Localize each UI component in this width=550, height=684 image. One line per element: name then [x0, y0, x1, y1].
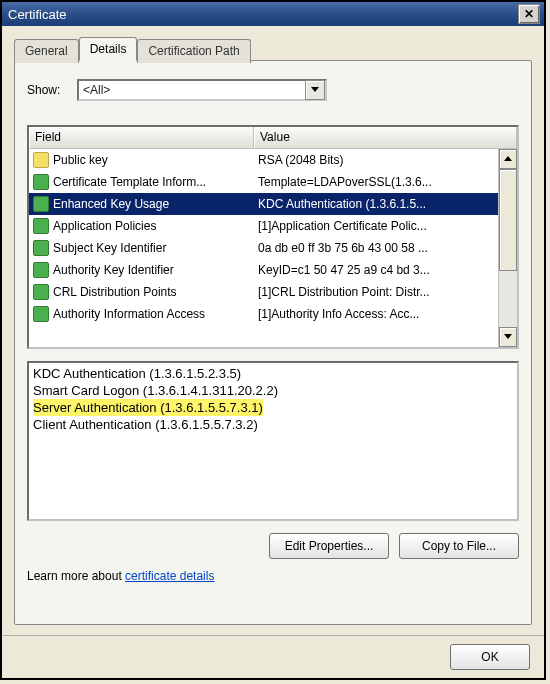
- learn-more-prefix: Learn more about: [27, 569, 125, 583]
- detail-line: Server Authentication (1.3.6.1.5.5.7.3.1…: [33, 399, 513, 416]
- close-icon: ✕: [524, 7, 534, 21]
- tab-certification-path[interactable]: Certification Path: [137, 39, 250, 63]
- svg-marker-0: [311, 87, 319, 92]
- listview-body[interactable]: Public keyRSA (2048 Bits)Certificate Tem…: [29, 149, 498, 347]
- tab-label: Details: [90, 42, 127, 56]
- field-value: [1]Application Certificate Polic...: [258, 219, 427, 233]
- tab-label: General: [25, 44, 68, 58]
- table-row[interactable]: Subject Key Identifier0a db e0 ff 3b 75 …: [29, 237, 498, 259]
- field-name: Enhanced Key Usage: [53, 197, 169, 211]
- extension-icon: [33, 262, 49, 278]
- field-value: Template=LDAPoverSSL(1.3.6...: [258, 175, 432, 189]
- table-row[interactable]: CRL Distribution Points[1]CRL Distributi…: [29, 281, 498, 303]
- value-cell: [1]CRL Distribution Point: Distr...: [254, 285, 498, 299]
- field-cell: Authority Key Identifier: [29, 262, 254, 278]
- table-row[interactable]: Public keyRSA (2048 Bits): [29, 149, 498, 171]
- field-cell: Subject Key Identifier: [29, 240, 254, 256]
- tab-panel-details: Show: <All> Field Value Public keyRSA (2…: [14, 60, 532, 625]
- field-cell: Enhanced Key Usage: [29, 196, 254, 212]
- detail-textbox[interactable]: KDC Authentication (1.3.6.1.5.2.3.5)Smar…: [27, 361, 519, 521]
- value-cell: KDC Authentication (1.3.6.1.5...: [254, 197, 498, 211]
- tab-strip: General Details Certification Path: [14, 37, 532, 61]
- column-header-field[interactable]: Field: [29, 127, 254, 149]
- copy-to-file-button[interactable]: Copy to File...: [399, 533, 519, 559]
- scrollbar-track[interactable]: [499, 169, 517, 327]
- value-cell: RSA (2048 Bits): [254, 153, 498, 167]
- value-cell: [1]Application Certificate Polic...: [254, 219, 498, 233]
- field-value: [1]Authority Info Access: Acc...: [258, 307, 419, 321]
- field-cell: Application Policies: [29, 218, 254, 234]
- column-header-value[interactable]: Value: [254, 127, 517, 149]
- learn-more-link[interactable]: certificate details: [125, 569, 214, 583]
- show-label: Show:: [27, 83, 77, 97]
- close-button[interactable]: ✕: [518, 4, 540, 24]
- scrollbar-thumb[interactable]: [499, 169, 517, 271]
- detail-line-text: Smart Card Logon (1.3.6.1.4.1.311.20.2.2…: [33, 383, 278, 398]
- field-cell: Authority Information Access: [29, 306, 254, 322]
- scrollbar-up-button[interactable]: [499, 149, 517, 169]
- field-cell: CRL Distribution Points: [29, 284, 254, 300]
- tab-label: Certification Path: [148, 44, 239, 58]
- client-area: General Details Certification Path Show:…: [2, 26, 544, 635]
- field-value: 0a db e0 ff 3b 75 6b 43 00 58 ...: [258, 241, 428, 255]
- extension-icon: [33, 306, 49, 322]
- table-row[interactable]: Authority Information Access[1]Authority…: [29, 303, 498, 325]
- show-combobox[interactable]: <All>: [77, 79, 327, 101]
- detail-line-highlighted: Server Authentication (1.3.6.1.5.5.7.3.1…: [33, 399, 263, 416]
- extension-icon: [33, 284, 49, 300]
- value-cell: Template=LDAPoverSSL(1.3.6...: [254, 175, 498, 189]
- extension-icon: [33, 240, 49, 256]
- value-cell: KeyID=c1 50 47 25 a9 c4 bd 3...: [254, 263, 498, 277]
- titlebar: Certificate ✕: [2, 2, 544, 26]
- svg-marker-1: [504, 156, 512, 161]
- field-name: Application Policies: [53, 219, 156, 233]
- chevron-down-icon: [504, 334, 512, 340]
- field-cell: Public key: [29, 152, 254, 168]
- show-row: Show: <All>: [27, 79, 519, 101]
- table-row[interactable]: Certificate Template Inform...Template=L…: [29, 171, 498, 193]
- field-cell: Certificate Template Inform...: [29, 174, 254, 190]
- edit-properties-button[interactable]: Edit Properties...: [269, 533, 389, 559]
- field-name: Certificate Template Inform...: [53, 175, 206, 189]
- detail-line-text: Client Authentication (1.3.6.1.5.5.7.3.2…: [33, 417, 258, 432]
- field-value: KeyID=c1 50 47 25 a9 c4 bd 3...: [258, 263, 430, 277]
- ok-button[interactable]: OK: [450, 644, 530, 670]
- listview-body-wrap: Public keyRSA (2048 Bits)Certificate Tem…: [29, 149, 517, 347]
- field-name: Public key: [53, 153, 108, 167]
- learn-more: Learn more about certificate details: [27, 569, 519, 583]
- scrollbar-down-button[interactable]: [499, 327, 517, 347]
- detail-line-text: KDC Authentication (1.3.6.1.5.2.3.5): [33, 366, 241, 381]
- extension-icon: [33, 196, 49, 212]
- svg-marker-2: [504, 334, 512, 339]
- combobox-button[interactable]: [305, 80, 325, 100]
- fields-listview: Field Value Public keyRSA (2048 Bits)Cer…: [27, 125, 519, 349]
- field-name: Authority Information Access: [53, 307, 205, 321]
- tab-details[interactable]: Details: [79, 37, 138, 61]
- dialog-footer: OK: [2, 635, 544, 678]
- tab-general[interactable]: General: [14, 39, 79, 63]
- table-row[interactable]: Authority Key IdentifierKeyID=c1 50 47 2…: [29, 259, 498, 281]
- vertical-scrollbar[interactable]: [498, 149, 517, 347]
- field-name: Subject Key Identifier: [53, 241, 166, 255]
- extension-icon: [33, 174, 49, 190]
- detail-line: Smart Card Logon (1.3.6.1.4.1.311.20.2.2…: [33, 382, 513, 399]
- chevron-up-icon: [504, 156, 512, 162]
- field-name: Authority Key Identifier: [53, 263, 174, 277]
- show-combobox-value: <All>: [83, 83, 305, 97]
- extension-icon: [33, 218, 49, 234]
- button-row: Edit Properties... Copy to File...: [27, 533, 519, 559]
- value-cell: 0a db e0 ff 3b 75 6b 43 00 58 ...: [254, 241, 498, 255]
- window-title: Certificate: [8, 7, 67, 22]
- field-value: KDC Authentication (1.3.6.1.5...: [258, 197, 426, 211]
- value-cell: [1]Authority Info Access: Acc...: [254, 307, 498, 321]
- table-row[interactable]: Enhanced Key UsageKDC Authentication (1.…: [29, 193, 498, 215]
- key-icon: [33, 152, 49, 168]
- table-row[interactable]: Application Policies[1]Application Certi…: [29, 215, 498, 237]
- detail-line: KDC Authentication (1.3.6.1.5.2.3.5): [33, 365, 513, 382]
- field-value: [1]CRL Distribution Point: Distr...: [258, 285, 430, 299]
- field-name: CRL Distribution Points: [53, 285, 177, 299]
- field-value: RSA (2048 Bits): [258, 153, 343, 167]
- listview-header: Field Value: [29, 127, 517, 149]
- certificate-dialog: Certificate ✕ General Details Certificat…: [0, 0, 546, 680]
- chevron-down-icon: [311, 87, 319, 93]
